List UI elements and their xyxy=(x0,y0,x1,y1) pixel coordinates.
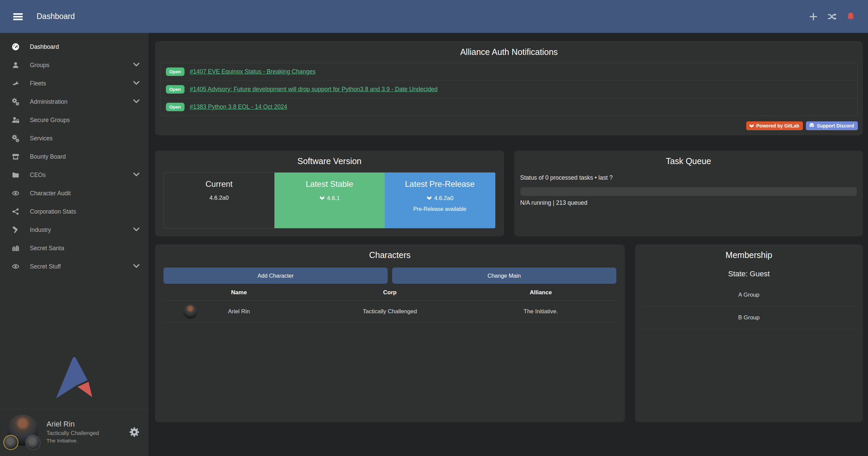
gifts-icon xyxy=(11,244,20,252)
top-navbar: Dashboard xyxy=(0,0,868,33)
column-header-name: Name xyxy=(163,289,314,296)
notification-link[interactable]: #1383 Python 3.8 EOL - 14 Oct 2024 xyxy=(190,103,287,111)
share-nodes-icon xyxy=(11,208,20,215)
status-badge: Open xyxy=(166,103,185,111)
chevron-down-icon xyxy=(133,263,140,270)
user-corp: Tactically Challenged xyxy=(46,430,99,436)
sidebar-item-label: Character Audit xyxy=(30,190,71,197)
character-alliance: The Initiative. xyxy=(465,308,616,315)
fighter-jet-icon xyxy=(11,80,20,87)
task-queue-status: Status of 0 processed tasks • last ? xyxy=(520,174,857,181)
sidebar-item-label: Corporation Stats xyxy=(30,208,76,215)
gitlab-badge[interactable]: Powered by GitLab xyxy=(746,121,803,130)
chevron-down-icon xyxy=(133,98,140,105)
membership-panel: Membership State: Guest A Group B Group xyxy=(635,244,863,422)
sidebar-item-character-audit[interactable]: Character Audit xyxy=(0,184,149,202)
alliance-logo xyxy=(25,435,40,450)
task-queue-summary: N/A running | 213 queued xyxy=(520,199,857,206)
status-badge: Open xyxy=(166,85,185,94)
sidebar-item-ceos[interactable]: CEOs xyxy=(0,166,149,184)
column-header-corp: Corp xyxy=(314,289,465,296)
user-avatar xyxy=(7,415,38,449)
version-latest-prerelease: Latest Pre-Release 4.6.2a0 Pre-Release a… xyxy=(385,173,495,228)
table-row: Ariel Rin Tactically Challenged The Init… xyxy=(163,301,616,323)
menu-icon[interactable] xyxy=(13,13,23,21)
prerelease-note: Pre-Release available xyxy=(385,206,495,212)
sidebar-item-label: Administration xyxy=(30,98,67,105)
hammer-icon xyxy=(11,226,20,234)
gitlab-icon xyxy=(426,195,432,202)
gitlab-icon xyxy=(749,123,754,129)
chevron-down-icon xyxy=(133,172,140,179)
sidebar-item-label: Secure Groups xyxy=(30,117,70,124)
dashboard-gauge-icon xyxy=(11,43,20,51)
membership-groups: A Group B Group xyxy=(642,284,856,329)
sidebar-item-label: Secret Stuff xyxy=(30,263,61,270)
notifications-list: Open #1407 EVE Equinox Status - Breaking… xyxy=(160,63,858,116)
sidebar-item-secret-stuff[interactable]: Secret Stuff xyxy=(0,257,149,276)
task-queue-panel: Task Queue Status of 0 processed tasks •… xyxy=(514,151,863,236)
status-badge: Open xyxy=(166,67,185,76)
notification-link[interactable]: #1405 Advisory: Future development will … xyxy=(190,86,438,93)
characters-panel: Characters Add Character Change Main Nam… xyxy=(155,244,625,422)
sidebar-item-secret-santa[interactable]: Secret Santa xyxy=(0,239,149,257)
membership-title: Membership xyxy=(642,250,856,260)
sidebar-item-fleets[interactable]: Fleets xyxy=(0,74,149,93)
change-main-button[interactable]: Change Main xyxy=(392,267,616,284)
sidebar-item-administration[interactable]: Administration xyxy=(0,93,149,111)
discord-badge[interactable]: Support Discord xyxy=(806,121,858,130)
sidebar-item-label: Groups xyxy=(30,62,49,69)
task-queue-progressbar xyxy=(520,187,857,196)
task-queue-title: Task Queue xyxy=(520,156,857,166)
sidebar-item-label: Secret Santa xyxy=(30,245,64,252)
add-icon[interactable] xyxy=(809,12,818,21)
sidebar-item-label: Bounty Board xyxy=(30,153,66,160)
version-current: Current 4.6.2a0 xyxy=(164,173,274,228)
notification-item: Open #1407 EVE Equinox Status - Breaking… xyxy=(160,63,857,81)
column-header-alliance: Alliance xyxy=(465,289,616,296)
storefront-icon xyxy=(11,153,20,160)
characters-table: Name Corp Alliance Ariel Rin Tactically … xyxy=(163,284,616,323)
notification-link[interactable]: #1407 EVE Equinox Status - Breaking Chan… xyxy=(190,68,316,75)
gears-icon xyxy=(11,134,20,142)
folder-icon xyxy=(11,171,20,179)
notifications-bell-icon[interactable] xyxy=(846,12,855,21)
page-title: Dashboard xyxy=(37,12,75,21)
add-character-button[interactable]: Add Character xyxy=(163,267,388,284)
character-row-portrait xyxy=(183,304,197,319)
eye-icon xyxy=(11,190,20,197)
sidebar-item-services[interactable]: Services xyxy=(0,129,149,147)
user-name: Ariel Rin xyxy=(46,420,99,429)
sidebar-item-label: Industry xyxy=(30,226,51,234)
sidebar-item-industry[interactable]: Industry xyxy=(0,221,149,239)
characters-title: Characters xyxy=(163,250,616,260)
sidebar-item-label: Dashboard xyxy=(30,43,59,51)
sidebar-item-corporation-stats[interactable]: Corporation Stats xyxy=(0,202,149,221)
version-latest-stable: Latest Stable 4.6.1 xyxy=(274,173,385,228)
sidebar: Dashboard Groups Fleets xyxy=(0,33,149,456)
notifications-title: Alliance Auth Notifications xyxy=(160,47,858,57)
user-lock-icon xyxy=(11,116,20,124)
sidebar-item-dashboard[interactable]: Dashboard xyxy=(0,38,149,56)
shuffle-icon[interactable] xyxy=(827,12,837,21)
software-version-title: Software Version xyxy=(163,156,496,166)
notification-item: Open #1405 Advisory: Future development … xyxy=(160,81,857,98)
eye-icon xyxy=(11,263,20,270)
settings-gear-icon[interactable] xyxy=(129,427,140,439)
main-content: Alliance Auth Notifications Open #1407 E… xyxy=(149,33,868,456)
chevron-down-icon xyxy=(133,62,140,69)
membership-state: State: Guest xyxy=(642,270,856,278)
sidebar-item-secure-groups[interactable]: Secure Groups xyxy=(0,111,149,129)
sidebar-item-groups[interactable]: Groups xyxy=(0,56,149,74)
alliance-auth-logo xyxy=(54,356,94,401)
chevron-down-icon xyxy=(133,226,140,234)
notifications-panel: Alliance Auth Notifications Open #1407 E… xyxy=(155,41,863,135)
user-panel: Ariel Rin Tactically Challenged The Init… xyxy=(0,409,149,456)
sidebar-item-label: Services xyxy=(30,135,53,142)
gears-icon xyxy=(11,98,20,106)
sidebar-item-bounty-board[interactable]: Bounty Board xyxy=(0,147,149,166)
version-box: Current 4.6.2a0 Latest Stable 4.6.1 Late… xyxy=(163,172,496,229)
user-icon xyxy=(11,61,20,69)
discord-icon xyxy=(809,123,815,129)
software-version-panel: Software Version Current 4.6.2a0 Latest … xyxy=(155,151,504,236)
